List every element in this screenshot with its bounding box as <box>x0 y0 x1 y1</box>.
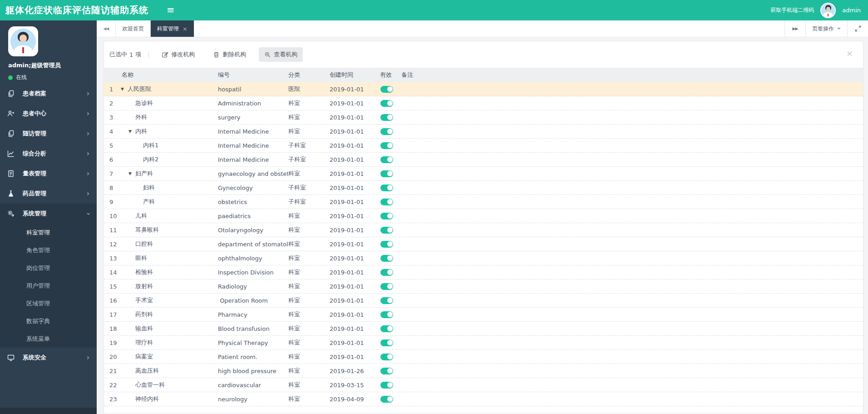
table-row[interactable]: 13眼科ophthalmology科室2019-01-01 <box>104 251 863 265</box>
enabled-toggle[interactable] <box>380 283 393 290</box>
table-row[interactable]: 12口腔科department of stomatology科室2019-01-… <box>104 237 863 251</box>
department-code: Pharmacy <box>218 311 288 318</box>
scroll-tabs-left-button[interactable]: ◀◀ <box>97 20 116 37</box>
app: 躯体化症状临床评估随访辅助系统 ≡ 获取手机端二维码 admin admin;超… <box>0 0 868 414</box>
enabled-toggle[interactable] <box>380 396 393 403</box>
scroll-tabs-right-button[interactable]: ▶▶ <box>784 20 805 37</box>
view-org-button[interactable]: 查看机构 <box>259 47 303 62</box>
sidebar-item-department-management[interactable]: 科室管理 <box>0 224 97 241</box>
get-qr-code-link[interactable]: 获取手机端二维码 <box>770 6 814 14</box>
sidebar-group-drug-management: 药品管理› <box>0 184 97 204</box>
department-code: Inspection Division <box>218 269 288 276</box>
enabled-toggle[interactable] <box>380 156 393 163</box>
sidebar-item-system-management[interactable]: 系统管理› <box>0 204 97 224</box>
table-header: 名称编号分类创建时间有效备注 <box>104 68 863 82</box>
table-row[interactable]: 17药剂科Pharmacy科室2019-01-01 <box>104 308 863 322</box>
tree-collapse-icon[interactable]: ▼ <box>128 171 135 176</box>
department-code: Patient room. <box>218 354 288 360</box>
enabled-toggle[interactable] <box>380 354 393 360</box>
sidebar-item-system-security[interactable]: 系统安全› <box>0 348 97 368</box>
tab-operations-dropdown[interactable]: 页签操作 <box>805 20 847 37</box>
enabled-toggle[interactable] <box>380 114 393 121</box>
modify-org-button[interactable]: 修改机构 <box>156 47 200 62</box>
sidebar-item-scale-management[interactable]: 量表管理› <box>0 164 97 184</box>
enabled-toggle[interactable] <box>380 368 393 374</box>
tab-label: 科室管理 <box>157 25 179 33</box>
tab-department-management[interactable]: 科室管理× <box>151 20 194 37</box>
enabled-toggle[interactable] <box>380 142 393 149</box>
name-cell: 检验科 <box>121 268 218 276</box>
table-row[interactable]: 1▼人民医院hospatil医院2019-01-01 <box>104 82 863 96</box>
fullscreen-button[interactable] <box>847 20 868 37</box>
tree-collapse-icon[interactable]: ▼ <box>121 87 128 91</box>
sidebar-item-followup-management[interactable]: 随访管理› <box>0 124 97 144</box>
close-icon[interactable]: × <box>846 50 853 58</box>
table-row[interactable]: 4▼内科Internal Medicine科室2019-01-01 <box>104 125 863 139</box>
row-number: 21 <box>104 368 121 374</box>
table-row[interactable]: 5内科1Internal Medicine子科室2019-01-01 <box>104 139 863 153</box>
enabled-toggle[interactable] <box>380 241 393 248</box>
enabled-toggle[interactable] <box>380 325 393 332</box>
sidebar-item-system-menu[interactable]: 系统菜单 <box>0 330 97 348</box>
table-row[interactable]: 3外科surgery科室2019-01-01 <box>104 110 863 125</box>
department-code: cardiovascular <box>218 382 288 389</box>
table-row[interactable]: 6内科2Internal Medicine子科室2019-01-01 <box>104 153 863 167</box>
table-row[interactable]: 8妇科Gynecology子科室2019-01-01 <box>104 181 863 195</box>
tab-label: 欢迎首页 <box>122 25 144 33</box>
enabled-cell <box>378 382 401 389</box>
sidebar-avatar <box>8 26 38 56</box>
table-row[interactable]: 16手术室 Operation Room科室2019-01-01 <box>104 294 863 308</box>
table-row[interactable]: 10儿科paediatrics科室2019-01-01 <box>104 209 863 223</box>
enabled-toggle[interactable] <box>380 128 393 135</box>
table-row[interactable]: 11耳鼻喉科Otolaryngology科室2019-01-01 <box>104 223 863 237</box>
sidebar-item-comprehensive-analysis[interactable]: 综合分析› <box>0 144 97 164</box>
table-row[interactable]: 7▼妇产科gynaecology and obstetrics科室2019-01… <box>104 167 863 181</box>
enabled-toggle[interactable] <box>380 339 393 346</box>
enabled-toggle[interactable] <box>380 100 393 107</box>
sidebar-item-post-management[interactable]: 岗位管理 <box>0 259 97 277</box>
sidebar-item-user-management[interactable]: 用户管理 <box>0 277 97 294</box>
table-row[interactable]: 14检验科Inspection Division科室2019-01-01 <box>104 265 863 279</box>
user-avatar[interactable] <box>820 3 836 18</box>
sidebar-item-region-management[interactable]: 区域管理 <box>0 294 97 312</box>
table-row[interactable]: 19理疗科Physical Therapy科室2019-01-01 <box>104 336 863 350</box>
created-date: 2019-01-01 <box>330 185 378 191</box>
close-tab-icon[interactable]: × <box>182 26 187 32</box>
table-row[interactable]: 22心血管一科cardiovascular科室2019-03-15 <box>104 378 863 392</box>
sidebar-toggle-icon[interactable]: ≡ <box>167 5 175 15</box>
enabled-toggle[interactable] <box>380 170 393 177</box>
online-dot-icon <box>8 75 13 80</box>
sidebar-item-patient-center[interactable]: 患者中心› <box>0 104 97 124</box>
enabled-toggle[interactable] <box>380 382 393 389</box>
enabled-toggle[interactable] <box>380 86 393 93</box>
table-row[interactable]: 2急诊科Administration科室2019-01-01 <box>104 96 863 110</box>
enabled-toggle[interactable] <box>380 227 393 234</box>
enabled-toggle[interactable] <box>380 185 393 191</box>
department-table: 名称编号分类创建时间有效备注 1▼人民医院hospatil医院2019-01-0… <box>104 68 863 414</box>
enabled-toggle[interactable] <box>380 199 393 205</box>
department-category: 子科室 <box>288 141 330 150</box>
delete-org-button[interactable]: 删除机构 <box>207 47 252 62</box>
enabled-cell <box>378 311 401 318</box>
tab-welcome-home[interactable]: 欢迎首页 <box>116 20 151 37</box>
selection-info: 已选中 1 项 <box>109 50 141 59</box>
enabled-toggle[interactable] <box>380 269 393 276</box>
enabled-toggle[interactable] <box>380 255 393 262</box>
enabled-toggle[interactable] <box>380 213 393 219</box>
name-cell: 手术室 <box>121 296 218 304</box>
table-row[interactable]: 9产科obstetrics子科室2019-01-01 <box>104 195 863 209</box>
sidebar-item-drug-management[interactable]: 药品管理› <box>0 184 97 204</box>
table-row[interactable]: 20病案室Patient room.科室2019-01-01 <box>104 350 863 364</box>
table-row[interactable]: 23神经内科neurology科室2019-04-09 <box>104 392 863 406</box>
table-row[interactable]: 21高血压科high blood pressure科室2019-01-26 <box>104 364 863 378</box>
sidebar-item-role-management[interactable]: 角色管理 <box>0 241 97 259</box>
enabled-toggle[interactable] <box>380 311 393 318</box>
sidebar-item-data-dictionary[interactable]: 数据字典 <box>0 312 97 330</box>
table-row[interactable]: 15放射科Radiology科室2019-01-01 <box>104 279 863 294</box>
tree-collapse-icon[interactable]: ▼ <box>128 129 135 134</box>
tab-list: 欢迎首页科室管理× <box>116 20 194 37</box>
table-row[interactable]: 18输血科Blood transfusion科室2019-01-01 <box>104 322 863 336</box>
sidebar-item-patient-files[interactable]: 患者档案› <box>0 84 97 104</box>
enabled-cell <box>378 283 401 290</box>
enabled-toggle[interactable] <box>380 297 393 304</box>
